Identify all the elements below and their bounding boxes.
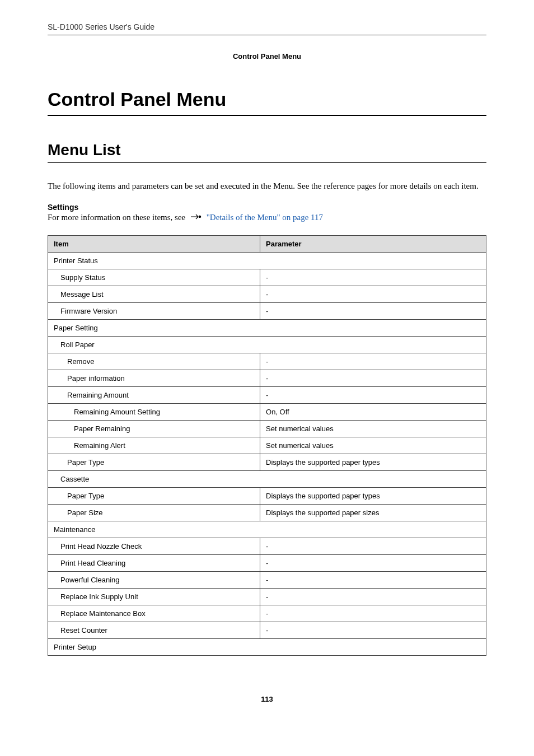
- item-cell: Replace Ink Supply Unit: [48, 589, 260, 605]
- settings-label: Settings: [48, 203, 486, 212]
- reference-link[interactable]: "Details of the Menu" on page 117: [207, 213, 323, 222]
- table-row: Paper information-: [48, 370, 486, 387]
- table-row: Replace Maintenance Box-: [48, 605, 486, 622]
- table-header-row: Item Parameter: [48, 236, 486, 253]
- page-number: 113: [48, 695, 486, 703]
- table-row: Replace Ink Supply Unit-: [48, 589, 486, 605]
- parameter-cell: -: [260, 303, 486, 320]
- parameter-cell: Displays the supported paper types: [260, 454, 486, 471]
- header-rule: [48, 35, 486, 35]
- item-cell: Paper information: [48, 370, 260, 387]
- parameter-cell: -: [260, 286, 486, 303]
- parameter-cell: Displays the supported paper sizes: [260, 505, 486, 521]
- section-cell: Roll Paper: [48, 337, 486, 353]
- item-cell: Print Head Cleaning: [48, 555, 260, 572]
- item-cell: Paper Type: [48, 454, 260, 471]
- table-row: Print Head Cleaning-: [48, 555, 486, 572]
- section-cell: Printer Setup: [48, 639, 486, 656]
- parameter-cell: -: [260, 555, 486, 572]
- item-cell: Remove: [48, 353, 260, 370]
- parameter-cell: -: [260, 589, 486, 605]
- item-cell: Reset Counter: [48, 622, 260, 639]
- parameter-cell: -: [260, 353, 486, 370]
- parameter-cell: -: [260, 269, 486, 286]
- table-row: Roll Paper: [48, 337, 486, 353]
- table-row: Remaining Amount-: [48, 387, 486, 404]
- table-row: Printer Setup: [48, 639, 486, 656]
- parameter-cell: -: [260, 538, 486, 555]
- table-row: Print Head Nozzle Check-: [48, 538, 486, 555]
- reference-text: For more information on these items, see…: [48, 213, 486, 223]
- table-row: Powerful Cleaning-: [48, 572, 486, 589]
- item-cell: Supply Status: [48, 269, 260, 286]
- table-row: Paper SizeDisplays the supported paper s…: [48, 505, 486, 521]
- page-heading-1: Control Panel Menu: [48, 88, 486, 116]
- col-header-parameter: Parameter: [260, 236, 486, 253]
- table-row: Paper RemainingSet numerical values: [48, 421, 486, 437]
- intro-paragraph: The following items and parameters can b…: [48, 180, 486, 193]
- table-row: Maintenance: [48, 521, 486, 538]
- hand-pointer-icon: [190, 213, 203, 223]
- parameter-cell: Displays the supported paper types: [260, 488, 486, 505]
- table-row: Paper Setting: [48, 320, 486, 337]
- section-cell: Maintenance: [48, 521, 486, 538]
- item-cell: Remaining Amount: [48, 387, 260, 404]
- table-row: Message List-: [48, 286, 486, 303]
- item-cell: Replace Maintenance Box: [48, 605, 260, 622]
- item-cell: Powerful Cleaning: [48, 572, 260, 589]
- item-cell: Remaining Amount Setting: [48, 404, 260, 421]
- table-row: Supply Status-: [48, 269, 486, 286]
- parameter-cell: -: [260, 572, 486, 589]
- item-cell: Paper Type: [48, 488, 260, 505]
- section-cell: Printer Status: [48, 253, 486, 269]
- item-cell: Print Head Nozzle Check: [48, 538, 260, 555]
- parameter-cell: On, Off: [260, 404, 486, 421]
- parameter-cell: Set numerical values: [260, 421, 486, 437]
- item-cell: Paper Size: [48, 505, 260, 521]
- section-cell: Cassette: [48, 471, 486, 488]
- table-row: Reset Counter-: [48, 622, 486, 639]
- col-header-item: Item: [48, 236, 260, 253]
- parameter-cell: -: [260, 387, 486, 404]
- table-row: Paper TypeDisplays the supported paper t…: [48, 488, 486, 505]
- item-cell: Remaining Alert: [48, 437, 260, 454]
- table-row: Remaining AlertSet numerical values: [48, 437, 486, 454]
- ref-prefix: For more information on these items, see: [48, 213, 188, 222]
- parameter-cell: Set numerical values: [260, 437, 486, 454]
- menu-table: Item Parameter Printer StatusSupply Stat…: [48, 235, 486, 656]
- parameter-cell: -: [260, 605, 486, 622]
- item-cell: Paper Remaining: [48, 421, 260, 437]
- section-cell: Paper Setting: [48, 320, 486, 337]
- item-cell: Message List: [48, 286, 260, 303]
- table-row: Cassette: [48, 471, 486, 488]
- table-row: Remove-: [48, 353, 486, 370]
- table-row: Remaining Amount SettingOn, Off: [48, 404, 486, 421]
- doc-title: SL-D1000 Series User's Guide: [48, 22, 486, 31]
- breadcrumb: Control Panel Menu: [48, 52, 486, 60]
- table-row: Paper TypeDisplays the supported paper t…: [48, 454, 486, 471]
- parameter-cell: -: [260, 622, 486, 639]
- parameter-cell: -: [260, 370, 486, 387]
- table-row: Firmware Version-: [48, 303, 486, 320]
- item-cell: Firmware Version: [48, 303, 260, 320]
- page-heading-2: Menu List: [48, 141, 486, 163]
- table-row: Printer Status: [48, 253, 486, 269]
